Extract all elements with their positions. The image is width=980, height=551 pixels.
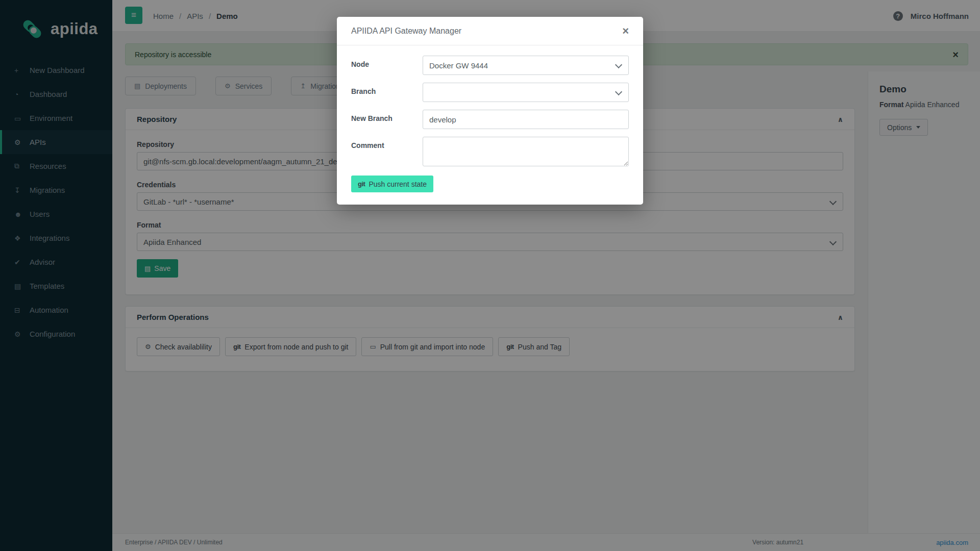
comment-field-label: Comment [351, 137, 423, 168]
new-branch-input[interactable] [423, 110, 629, 129]
comment-textarea[interactable] [423, 137, 629, 166]
push-current-state-button[interactable]: git Push current state [351, 176, 433, 192]
node-field-label: Node [351, 56, 423, 75]
app-root: apiida +New Dashboard◔Dashboard▭Environm… [0, 0, 980, 551]
node-select[interactable]: Docker GW 9444 [423, 56, 629, 75]
node-select-value: Docker GW 9444 [429, 61, 488, 70]
branch-select[interactable] [423, 83, 629, 102]
new-branch-field-label: New Branch [351, 110, 423, 129]
git-icon: git [358, 180, 365, 188]
modal-close-icon[interactable]: × [622, 26, 629, 37]
modal-body: Node Docker GW 9444 Branch New Branch [337, 45, 643, 205]
modal-header: APIIDA API Gateway Manager × [337, 17, 643, 45]
push-current-state-label: Push current state [369, 180, 427, 188]
branch-field-label: Branch [351, 83, 423, 102]
modal-title: APIIDA API Gateway Manager [351, 27, 461, 36]
gateway-manager-modal: APIIDA API Gateway Manager × Node Docker… [337, 17, 643, 205]
